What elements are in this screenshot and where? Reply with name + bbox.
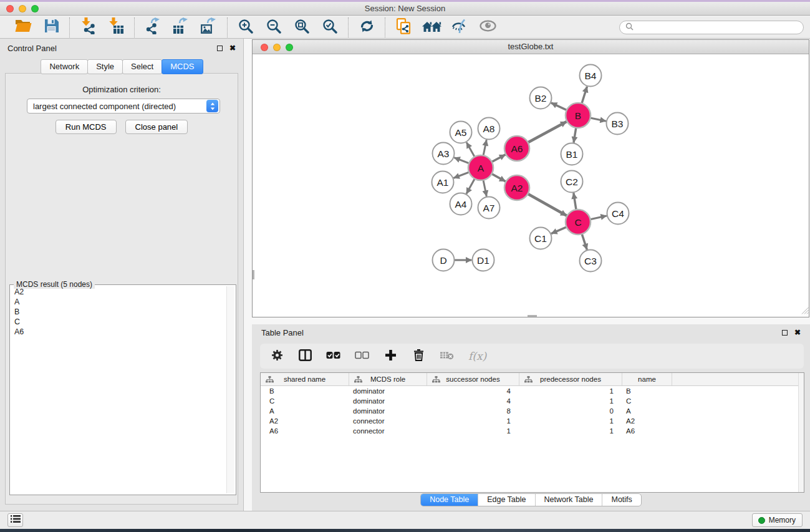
- table-close-panel-icon[interactable]: ✖: [794, 329, 801, 336]
- column-header-shared-name[interactable]: shared name: [261, 373, 349, 385]
- task-history-button[interactable]: [7, 513, 23, 527]
- export-network-button[interactable]: [143, 18, 162, 37]
- zoom-in-button[interactable]: [236, 18, 255, 37]
- node-B4[interactable]: B4: [580, 65, 602, 87]
- node-C[interactable]: C: [566, 210, 591, 235]
- network-window-titlebar[interactable]: testGlobe.txt: [253, 40, 809, 54]
- table-float-panel-icon[interactable]: [782, 330, 788, 336]
- node-B[interactable]: B: [566, 103, 591, 128]
- node-A5[interactable]: A5: [450, 122, 472, 143]
- mcds-result-item[interactable]: A2: [12, 287, 225, 297]
- settings-gear-button[interactable]: [270, 348, 284, 364]
- table-row[interactable]: A2connector11A2: [261, 416, 804, 426]
- node-A7[interactable]: A7: [478, 197, 500, 219]
- close-panel-icon[interactable]: ✖: [229, 45, 236, 51]
- node-C1[interactable]: C1: [530, 228, 552, 249]
- mcds-result-item[interactable]: A6: [12, 327, 225, 337]
- node-B1[interactable]: B1: [561, 143, 583, 165]
- table-panel-title: Table Panel: [261, 328, 304, 337]
- tab-select[interactable]: Select: [122, 59, 162, 74]
- canvas-vscroll-thumb[interactable]: [253, 270, 254, 279]
- node-C2[interactable]: C2: [561, 171, 583, 193]
- tab-motifs[interactable]: Motifs: [602, 494, 640, 506]
- network-close-button[interactable]: [261, 44, 268, 51]
- optimization-criterion-select[interactable]: largest connected component (directed): [27, 99, 220, 114]
- mcds-result-item[interactable]: B: [12, 307, 225, 317]
- canvas-hscroll-thumb[interactable]: [528, 315, 537, 317]
- close-panel-button[interactable]: Close panel: [125, 120, 188, 134]
- deselect-all-button[interactable]: [355, 348, 369, 364]
- split-view-icon: [299, 349, 312, 364]
- node-A3[interactable]: A3: [433, 143, 455, 165]
- tab-mcds[interactable]: MCDS: [162, 59, 203, 74]
- table-row[interactable]: Cdominator41C: [261, 396, 804, 406]
- mcds-result-item[interactable]: C: [12, 317, 225, 327]
- search-field[interactable]: [619, 21, 804, 34]
- column-header-predecessor-nodes[interactable]: predecessor nodes: [519, 373, 622, 385]
- split-view-button[interactable]: [298, 348, 312, 364]
- deselect-all-icon: [355, 351, 369, 362]
- tab-edge-table[interactable]: Edge Table: [478, 494, 534, 506]
- tab-network[interactable]: Network: [41, 59, 88, 74]
- column-header-successor-nodes[interactable]: successor nodes: [427, 373, 519, 385]
- result-list-scrollbar[interactable]: [226, 286, 234, 493]
- network-canvas[interactable]: B4B2BB3A8A5A6A3B1AA1C2A2A4A7C4CC1DD1C3: [253, 54, 809, 317]
- minimize-window-button[interactable]: [19, 5, 26, 12]
- hide-selected-button[interactable]: [450, 18, 469, 37]
- mcds-result-item[interactable]: A: [12, 297, 225, 307]
- zoom-window-button[interactable]: [31, 5, 39, 12]
- table-scrollbar[interactable]: [798, 373, 804, 492]
- node-A4[interactable]: A4: [450, 193, 472, 215]
- table-row[interactable]: Bdominator41B: [261, 386, 804, 396]
- node-B2[interactable]: B2: [530, 87, 552, 109]
- zoom-fit-button[interactable]: [292, 18, 311, 37]
- copy-network-button[interactable]: [394, 18, 413, 37]
- svg-text:B3: B3: [612, 118, 624, 129]
- node-A6[interactable]: A6: [504, 136, 529, 161]
- import-network-button[interactable]: [79, 18, 97, 37]
- table-row[interactable]: Adominator80A: [261, 406, 804, 416]
- node-C3[interactable]: C3: [580, 250, 602, 272]
- tab-style[interactable]: Style: [87, 59, 123, 74]
- tab-node-table[interactable]: Node Table: [421, 494, 478, 506]
- show-all-button[interactable]: [478, 18, 497, 37]
- node-D[interactable]: D: [433, 249, 455, 271]
- add-row-button[interactable]: [383, 348, 397, 364]
- run-mcds-button[interactable]: Run MCDS: [55, 120, 117, 134]
- memory-button[interactable]: Memory: [752, 513, 803, 527]
- tab-network-table[interactable]: Network Table: [535, 494, 602, 506]
- node-D1[interactable]: D1: [473, 249, 494, 271]
- zoom-out-button[interactable]: [264, 18, 283, 37]
- export-image-icon: [201, 17, 217, 37]
- network-minimize-button[interactable]: [273, 44, 281, 51]
- export-table-button[interactable]: [171, 18, 190, 37]
- close-window-button[interactable]: [6, 5, 14, 12]
- float-panel-icon[interactable]: [217, 46, 223, 51]
- network-zoom-button[interactable]: [286, 44, 293, 51]
- import-table-button[interactable]: [107, 18, 125, 37]
- zoom-selected-button[interactable]: [321, 18, 339, 37]
- save-session-icon: [44, 19, 59, 36]
- open-file-button[interactable]: [14, 18, 32, 37]
- node-B3[interactable]: B3: [607, 113, 629, 135]
- column-header-MCDS-role[interactable]: MCDS role: [349, 373, 427, 385]
- table-row[interactable]: A6connector11A6: [261, 426, 804, 436]
- select-all-button[interactable]: [326, 348, 340, 364]
- node-A2[interactable]: A2: [504, 175, 529, 200]
- resize-grip-icon[interactable]: [801, 306, 809, 317]
- mcds-tab-content: Optimization criterion: largest connecte…: [5, 73, 238, 505]
- search-input[interactable]: [637, 23, 798, 32]
- delete-row-button[interactable]: [412, 348, 425, 364]
- first-neighbors-icon: [422, 19, 441, 36]
- toolbar-group: [5, 17, 69, 37]
- refresh-layout-button[interactable]: [357, 18, 376, 37]
- node-A[interactable]: A: [468, 155, 493, 180]
- zoom-selected-icon: [322, 19, 337, 36]
- export-image-button[interactable]: [200, 18, 218, 37]
- node-A1[interactable]: A1: [432, 172, 454, 193]
- column-header-name[interactable]: name: [622, 373, 672, 385]
- save-session-button[interactable]: [42, 18, 60, 37]
- node-A8[interactable]: A8: [478, 118, 500, 140]
- first-neighbors-button[interactable]: [422, 18, 441, 37]
- node-C4[interactable]: C4: [607, 203, 629, 225]
